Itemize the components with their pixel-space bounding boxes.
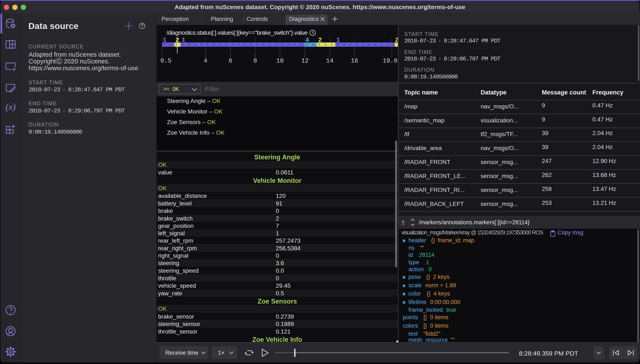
svg-text:12: 12 — [301, 58, 309, 64]
svg-text:16: 16 — [351, 58, 358, 64]
svg-text:19.0: 19.0 — [383, 58, 397, 64]
svg-text:1: 1 — [336, 36, 340, 44]
svg-text:0.5: 0.5 — [160, 58, 171, 64]
svg-text:(x): (x) — [6, 102, 16, 112]
svg-text:1: 1 — [181, 36, 185, 44]
svg-text:6: 6 — [229, 58, 232, 64]
svg-text:2: 2 — [395, 36, 398, 44]
svg-text:4: 4 — [305, 36, 309, 44]
svg-text:4: 4 — [203, 58, 207, 64]
svg-text:8: 8 — [253, 58, 257, 64]
svg-text:1: 1 — [163, 36, 166, 44]
svg-text:14: 14 — [326, 58, 334, 64]
svg-text:10: 10 — [276, 58, 284, 64]
svg-text:2: 2 — [318, 36, 322, 44]
